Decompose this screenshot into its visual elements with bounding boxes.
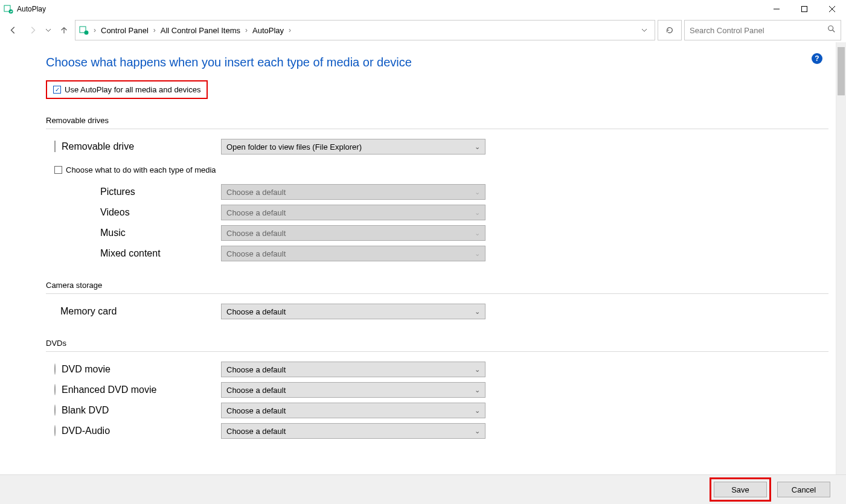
choose-per-media-checkbox[interactable]: ✓ (54, 166, 62, 174)
breadcrumb-autoplay[interactable]: AutoPlay (252, 26, 284, 35)
up-button[interactable] (56, 22, 72, 39)
media-music-label: Music (100, 228, 126, 238)
search-icon (827, 25, 836, 36)
cancel-button[interactable]: Cancel (777, 482, 830, 497)
nav-row: › Control Panel › All Control Panel Item… (0, 18, 846, 42)
chevron-down-icon: ⌄ (475, 209, 480, 217)
chevron-down-icon: ⌄ (475, 407, 480, 415)
autoplay-path-icon (79, 25, 89, 35)
media-pictures-label: Pictures (100, 187, 135, 197)
scrollbar-thumb[interactable] (838, 47, 845, 95)
window-title: AutoPlay (17, 5, 46, 13)
chevron-down-icon: ⌄ (475, 308, 480, 316)
breadcrumb-separator: › (94, 26, 96, 34)
breadcrumb-separator: › (153, 26, 156, 34)
videos-select[interactable]: Choose a default⌄ (221, 205, 485, 220)
disc-icon (54, 384, 56, 395)
chevron-down-icon: ⌄ (475, 229, 480, 237)
use-autoplay-checkbox[interactable]: ✓ (53, 86, 61, 94)
blank-dvd-select[interactable]: Choose a default⌄ (221, 403, 485, 418)
section-rule (46, 293, 828, 294)
dvd-audio-label: DVD-Audio (62, 426, 110, 436)
removable-drive-label: Removable drive (62, 141, 134, 152)
disc-icon (54, 426, 56, 436)
chevron-down-icon: ⌄ (475, 427, 480, 435)
help-icon[interactable]: ? (812, 53, 822, 64)
search-box[interactable] (684, 20, 841, 40)
breadcrumb-all-items[interactable]: All Control Panel Items (161, 26, 240, 35)
svg-point-1 (9, 10, 13, 14)
refresh-button[interactable] (658, 20, 682, 40)
memory-card-label: Memory card (60, 306, 117, 317)
section-camera-title: Camera storage (46, 281, 828, 290)
section-rule (46, 351, 828, 352)
section-rule (46, 129, 828, 129)
choose-per-media-label: Choose what to do with each type of medi… (66, 165, 216, 174)
breadcrumb-separator: › (289, 26, 291, 34)
blank-dvd-label: Blank DVD (62, 405, 109, 416)
media-videos-label: Videos (100, 207, 130, 218)
autoplay-window-icon (4, 4, 13, 14)
footer: Save Cancel (0, 474, 846, 504)
drive-icon (54, 141, 56, 152)
enhanced-dvd-select[interactable]: Choose a default⌄ (221, 382, 485, 398)
chevron-down-icon: ⌄ (475, 188, 480, 196)
chevron-down-icon: ⌄ (475, 386, 480, 394)
content-area: ? Choose what happens when you insert ea… (0, 42, 836, 474)
titlebar: AutoPlay (0, 0, 846, 18)
section-removable-title: Removable drives (46, 116, 828, 125)
chevron-down-icon: ⌄ (475, 250, 480, 258)
svg-point-8 (828, 26, 833, 31)
recent-locations-button[interactable] (43, 27, 53, 33)
media-mixed-label: Mixed content (100, 248, 161, 259)
section-dvds-title: DVDs (46, 339, 828, 348)
svg-point-7 (85, 31, 89, 35)
dvd-movie-label: DVD movie (62, 364, 111, 375)
svg-rect-3 (802, 7, 807, 12)
pictures-select[interactable]: Choose a default⌄ (221, 184, 485, 200)
disc-icon (54, 364, 56, 375)
close-button[interactable] (818, 0, 846, 18)
highlight-autoplay-checkbox: ✓ Use AutoPlay for all media and devices (46, 80, 208, 99)
breadcrumb-separator: › (245, 26, 248, 34)
chevron-down-icon: ⌄ (475, 366, 480, 374)
address-dropdown-button[interactable] (638, 25, 651, 36)
disc-icon (54, 405, 56, 416)
chevron-down-icon: ⌄ (475, 143, 480, 151)
use-autoplay-label: Use AutoPlay for all media and devices (65, 85, 200, 94)
back-button[interactable] (5, 22, 22, 39)
highlight-save-button: Save (710, 477, 771, 502)
breadcrumb-control-panel[interactable]: Control Panel (101, 26, 149, 35)
forward-button[interactable] (24, 22, 41, 39)
dvd-audio-select[interactable]: Choose a default⌄ (221, 423, 485, 439)
memory-card-select[interactable]: Choose a default⌄ (221, 304, 485, 319)
dvd-movie-select[interactable]: Choose a default⌄ (221, 362, 485, 377)
maximize-button[interactable] (790, 0, 818, 18)
save-button[interactable]: Save (714, 482, 767, 497)
enhanced-dvd-label: Enhanced DVD movie (62, 384, 156, 395)
search-input[interactable] (690, 26, 827, 35)
removable-drive-select[interactable]: Open folder to view files (File Explorer… (221, 139, 485, 155)
address-bar[interactable]: › Control Panel › All Control Panel Item… (75, 20, 655, 40)
vertical-scrollbar[interactable] (836, 42, 846, 474)
mixed-select[interactable]: Choose a default⌄ (221, 246, 485, 261)
minimize-button[interactable] (763, 0, 790, 18)
music-select[interactable]: Choose a default⌄ (221, 225, 485, 241)
page-title: Choose what happens when you insert each… (46, 56, 828, 69)
svg-line-9 (833, 30, 835, 33)
